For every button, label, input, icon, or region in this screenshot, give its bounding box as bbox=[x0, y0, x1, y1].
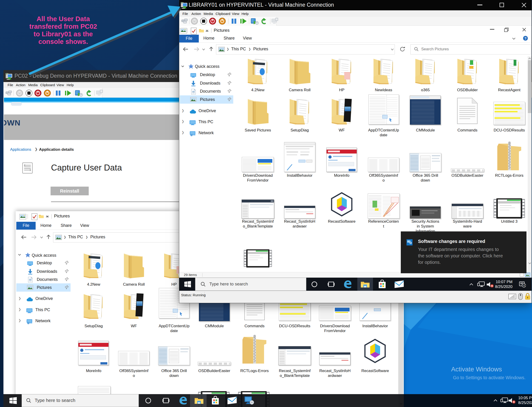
svg-text:4: 4 bbox=[523, 284, 525, 287]
